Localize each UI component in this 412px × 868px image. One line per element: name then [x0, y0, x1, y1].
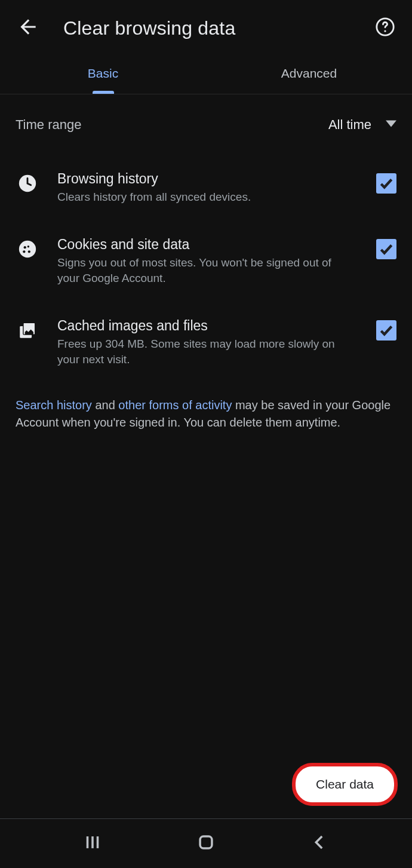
tab-indicator — [93, 91, 114, 94]
svg-point-6 — [27, 246, 29, 247]
footnote-text: Search history and other forms of activi… — [16, 384, 396, 444]
chevron-down-icon — [386, 117, 396, 133]
time-range-dropdown[interactable]: All time — [328, 117, 396, 133]
option-title: Browsing history — [57, 171, 352, 187]
option-cookies[interactable]: Cookies and site data Signs you out of m… — [16, 221, 396, 302]
time-range-value: All time — [328, 117, 371, 133]
option-cached[interactable]: Cached images and files Frees up 304 MB.… — [16, 302, 396, 384]
nav-home-icon[interactable] — [196, 832, 216, 855]
other-activity-link[interactable]: other forms of activity — [118, 398, 232, 412]
time-range-label: Time range — [16, 117, 81, 133]
help-icon[interactable] — [375, 17, 395, 39]
tab-advanced-label: Advanced — [281, 66, 337, 81]
back-arrow-icon[interactable] — [17, 16, 39, 41]
svg-point-3 — [24, 246, 26, 249]
nav-back-icon[interactable] — [309, 832, 330, 855]
svg-point-1 — [384, 30, 386, 32]
clear-data-button[interactable]: Clear data — [292, 763, 398, 806]
tab-basic[interactable]: Basic — [0, 53, 206, 94]
checkbox-browsing-history[interactable] — [376, 173, 396, 194]
svg-rect-12 — [200, 836, 212, 848]
tab-advanced[interactable]: Advanced — [206, 53, 412, 94]
option-desc: Signs you out of most sites. You won't b… — [57, 255, 352, 287]
cookie-icon — [16, 237, 39, 259]
option-title: Cookies and site data — [57, 237, 352, 253]
option-browsing-history[interactable]: Browsing history Clears history from all… — [16, 155, 396, 221]
option-desc: Frees up 304 MB. Some sites may load mor… — [57, 336, 352, 368]
option-title: Cached images and files — [57, 318, 352, 334]
option-desc: Clears history from all synced devices. — [57, 189, 352, 206]
clock-icon — [16, 171, 39, 194]
images-icon — [16, 318, 39, 341]
svg-point-5 — [23, 250, 25, 253]
svg-point-4 — [28, 250, 30, 253]
nav-recent-icon[interactable] — [82, 832, 103, 855]
checkbox-cookies[interactable] — [376, 239, 396, 259]
tab-basic-label: Basic — [88, 66, 118, 81]
page-title: Clear browsing data — [63, 17, 235, 39]
checkbox-cached[interactable] — [376, 320, 396, 341]
search-history-link[interactable]: Search history — [16, 398, 92, 412]
footnote-mid: and — [92, 398, 118, 412]
